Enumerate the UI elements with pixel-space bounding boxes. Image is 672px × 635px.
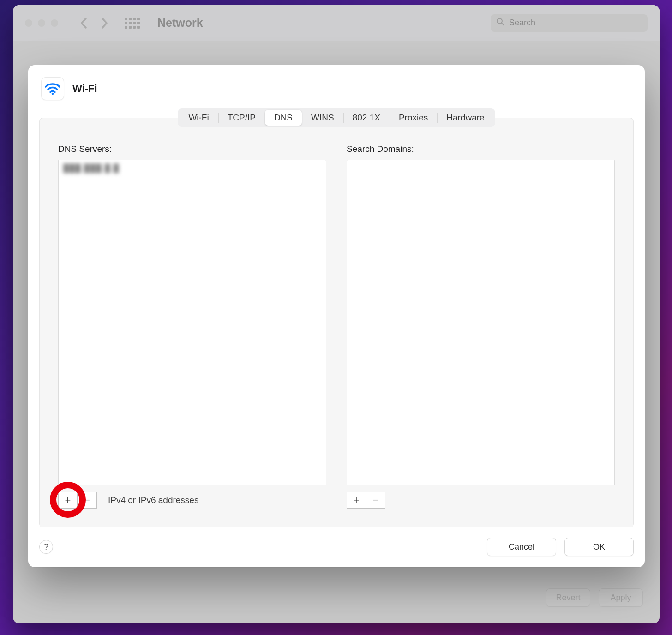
remove-dns-server-button[interactable]: − [78, 492, 97, 509]
search-field[interactable] [491, 14, 648, 32]
tab-proxies[interactable]: Proxies [390, 110, 437, 126]
cancel-button[interactable]: Cancel [487, 538, 556, 556]
search-icon [496, 18, 504, 28]
tab-hardware[interactable]: Hardware [437, 110, 493, 126]
wifi-advanced-sheet: Wi-Fi Wi-Fi TCP/IP DNS WINS 802.1X Proxi… [28, 65, 645, 567]
list-item[interactable]: ███.███.█.█ [63, 164, 321, 173]
dns-servers-controls: + − IPv4 or IPv6 addresses [58, 492, 326, 509]
minimize-window-icon[interactable] [38, 19, 45, 27]
sheet-title: Wi-Fi [72, 83, 97, 95]
tab-dns[interactable]: DNS [265, 110, 302, 126]
window-controls[interactable] [25, 19, 58, 27]
back-button[interactable] [80, 18, 88, 29]
dns-servers-column: DNS Servers: ███.███.█.█ + − IPv4 or IPv… [58, 144, 326, 509]
svg-point-2 [52, 93, 54, 95]
tab-bar: Wi-Fi TCP/IP DNS WINS 802.1X Proxies Har… [178, 108, 495, 127]
tab-8021x[interactable]: 802.1X [343, 110, 390, 126]
revert-button: Revert [546, 588, 590, 607]
add-dns-server-button[interactable]: + [58, 492, 78, 509]
minus-icon: − [84, 494, 90, 506]
forward-button[interactable] [101, 18, 108, 29]
sheet-footer: ? Cancel OK [39, 527, 634, 556]
search-domains-controls: + − [347, 492, 615, 509]
add-search-domain-button[interactable]: + [347, 492, 366, 509]
remove-search-domain-button[interactable]: − [366, 492, 385, 509]
dns-panel: DNS Servers: ███.███.█.█ + − IPv4 or IPv… [39, 118, 634, 527]
ok-button[interactable]: OK [564, 538, 634, 556]
help-button[interactable]: ? [39, 540, 53, 554]
search-domains-label: Search Domains: [347, 144, 615, 154]
tab-wins[interactable]: WINS [302, 110, 343, 126]
tab-tcpip[interactable]: TCP/IP [218, 110, 265, 126]
dns-servers-list[interactable]: ███.███.█.█ [58, 160, 326, 485]
parent-footer: Revert Apply [546, 588, 643, 607]
dns-servers-label: DNS Servers: [58, 144, 326, 154]
plus-icon: + [354, 494, 360, 506]
toolbar: Network [13, 5, 660, 41]
search-domains-column: Search Domains: + − [347, 144, 615, 509]
search-input[interactable] [509, 18, 642, 28]
nav-arrows [80, 18, 108, 29]
search-domains-list[interactable] [347, 160, 615, 485]
sheet-header: Wi-Fi [39, 75, 634, 108]
apply-button: Apply [599, 588, 643, 607]
svg-line-1 [502, 23, 504, 25]
zoom-window-icon[interactable] [51, 19, 58, 27]
tab-wifi[interactable]: Wi-Fi [179, 110, 218, 126]
close-window-icon[interactable] [25, 19, 32, 27]
window-title: Network [157, 16, 203, 30]
help-icon: ? [44, 542, 48, 552]
show-all-icon[interactable] [125, 18, 140, 29]
wifi-icon [41, 77, 64, 100]
plus-icon: + [65, 494, 71, 506]
dns-servers-hint: IPv4 or IPv6 addresses [108, 495, 198, 505]
minus-icon: − [372, 494, 378, 506]
